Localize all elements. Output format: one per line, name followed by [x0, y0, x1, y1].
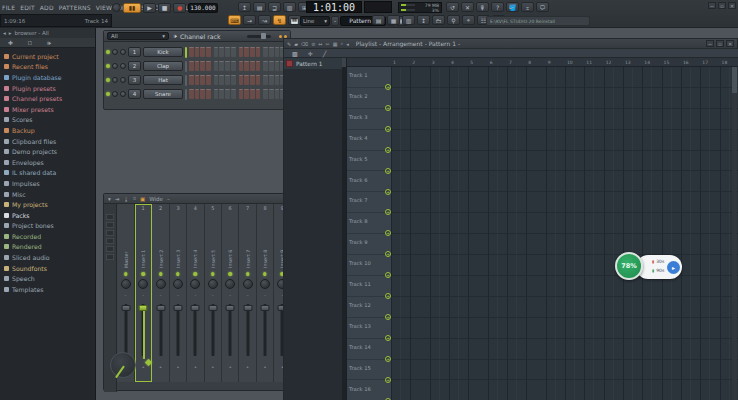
browser-item[interactable]: Recent files [0, 62, 95, 73]
step-button[interactable] [244, 61, 249, 71]
step-button[interactable] [189, 61, 194, 71]
step-button[interactable] [239, 75, 244, 85]
mixer-toolbar[interactable]: ▾ ⇥ ⭳ ⌗ ▣ Wide – [104, 194, 290, 204]
channel-volume-knob[interactable] [120, 49, 126, 55]
overlay-action-button[interactable]: ▸ [667, 261, 680, 274]
browser-item[interactable]: My projects [0, 199, 95, 210]
channel-mute-led[interactable] [106, 50, 110, 54]
browser-item[interactable]: Mixer presets [0, 104, 95, 115]
browser-item[interactable]: Envelopes [0, 157, 95, 168]
step-button[interactable] [269, 47, 274, 57]
snap-dropdown[interactable]: Line▾ [300, 16, 330, 26]
mixer-mute-led[interactable] [194, 272, 198, 276]
detach-icon[interactable]: ⌗ [133, 195, 136, 202]
rack-swing-slider[interactable] [247, 35, 271, 38]
step-button[interactable] [219, 61, 224, 71]
recent-path-display[interactable]: E:\KV\FL STUDIO 20 Reinstall [486, 16, 590, 26]
channel-mute-led[interactable] [106, 64, 110, 68]
add-icon[interactable]: ✚ [8, 39, 13, 46]
mixer-track[interactable]: 8Insert 8◦▴ [257, 204, 274, 382]
step-button[interactable] [225, 47, 230, 57]
picker-scrollbar[interactable] [342, 58, 346, 400]
mixer-fader-handle[interactable] [243, 305, 252, 311]
multilink-icon[interactable]: ↝ [258, 15, 271, 25]
browser-item[interactable]: Speech [0, 273, 95, 284]
mixer-pan-knob[interactable] [121, 279, 131, 289]
mixer-pan-knob[interactable] [225, 279, 235, 289]
mixer-mute-led[interactable] [211, 272, 215, 276]
mixer-fader-handle[interactable] [226, 305, 235, 311]
tempo-display[interactable]: 130.000 [188, 3, 218, 13]
playlist-timeline[interactable]: 123456789101112131415161718 [347, 58, 738, 67]
mic-icon[interactable]: 🎙 [476, 2, 489, 12]
mixer-mute-led[interactable] [124, 272, 128, 276]
recording-overlay-widget[interactable]: ▮ 30s ▮ 90s ▸ 78% [615, 252, 685, 282]
step-button[interactable] [244, 47, 249, 57]
channel-select-bracket[interactable] [185, 75, 187, 86]
channel-select-bracket[interactable] [185, 61, 187, 72]
mixer-fader-handle[interactable] [156, 305, 165, 311]
step-button[interactable] [269, 89, 274, 99]
mixer-route-arrow[interactable]: ▴ [205, 364, 221, 369]
step-button[interactable] [206, 47, 211, 57]
channel-number-button[interactable]: 2 [128, 61, 141, 71]
step-button[interactable] [214, 75, 219, 85]
fx-icon[interactable]: ▣ [140, 196, 145, 202]
browser-item[interactable]: Sliced audio [0, 252, 95, 263]
pattern-minus-button[interactable]: - [331, 16, 339, 26]
step-button[interactable] [206, 89, 211, 99]
step-button[interactable] [239, 89, 244, 99]
pencil-tool-icon[interactable]: ✎ [287, 41, 291, 47]
pattern-song-toggle[interactable]: ▮▮ [123, 3, 141, 13]
channel-number-button[interactable]: 4 [128, 89, 141, 99]
browser-item[interactable]: Recorded [0, 231, 95, 242]
mixer-pan-bigknob[interactable] [110, 352, 136, 378]
plugin-icon[interactable]: ⌅ [521, 2, 534, 12]
mixer-track[interactable]: 5Insert 5◦▴ [205, 204, 222, 382]
maximize-button[interactable]: ▫ [718, 2, 726, 9]
browser-item[interactable]: Misc [0, 189, 95, 200]
mixer-view-mode[interactable]: Wide [149, 196, 163, 202]
channel-pan-knob[interactable] [112, 49, 118, 55]
menu-item-view[interactable]: VIEW [96, 4, 112, 11]
step-button[interactable] [200, 75, 205, 85]
step-button[interactable] [263, 75, 268, 85]
playlist-maximize-button[interactable]: ▫ [716, 40, 724, 47]
step-button[interactable] [275, 75, 280, 85]
wait-input-icon[interactable]: ⊒ [268, 2, 281, 12]
minimize-button[interactable]: ─ [708, 2, 716, 9]
mixer-pan-knob[interactable] [260, 279, 270, 289]
playlist-scrollbar[interactable] [732, 67, 737, 400]
strip-slot[interactable] [106, 254, 114, 260]
browser-item[interactable]: Rendered [0, 242, 95, 253]
chevron-down-icon[interactable]: ▾ [108, 196, 111, 202]
step-button[interactable] [239, 47, 244, 57]
mixer-fader-handle[interactable] [191, 305, 200, 311]
overdub-icon[interactable]: ↥ [238, 2, 251, 12]
channel-volume-knob[interactable] [120, 91, 126, 97]
mixer-mute-led[interactable] [246, 272, 250, 276]
menu-item-patterns[interactable]: PATTERNS [59, 4, 91, 11]
pattern-picker-item[interactable]: Pattern 1 [284, 58, 346, 69]
mixer-fader-handle[interactable] [260, 305, 269, 311]
step-button[interactable] [214, 47, 219, 57]
step-button[interactable] [214, 89, 219, 99]
slip-tool-icon[interactable]: ↔ [318, 41, 322, 47]
mixer-track[interactable]: 3Insert 3◦▴ [170, 204, 187, 382]
browser-item[interactable]: Packs [0, 210, 95, 221]
record-button[interactable]: ● [173, 3, 186, 13]
channel-mute-led[interactable] [106, 78, 110, 82]
step-button[interactable] [189, 75, 194, 85]
browser-item[interactable]: Current project [0, 51, 95, 62]
channel-name-button[interactable]: Snare [143, 89, 183, 99]
mixer-pan-knob[interactable] [173, 279, 183, 289]
mixer-route-arrow[interactable]: ▴ [152, 364, 168, 369]
download-icon[interactable]: ⭳ [123, 196, 129, 202]
playlist-grid[interactable] [391, 67, 738, 400]
mixer-pan-knob[interactable] [138, 279, 148, 289]
playlist-track-header[interactable]: Track 15 [347, 360, 391, 381]
mixer-track[interactable]: 6Insert 6◦▴ [222, 204, 239, 382]
typing-keyboard-icon[interactable]: ⌨ [228, 15, 241, 25]
channel-pan-knob[interactable] [112, 63, 118, 69]
playlist-track-header[interactable]: Track 5 [347, 151, 391, 172]
